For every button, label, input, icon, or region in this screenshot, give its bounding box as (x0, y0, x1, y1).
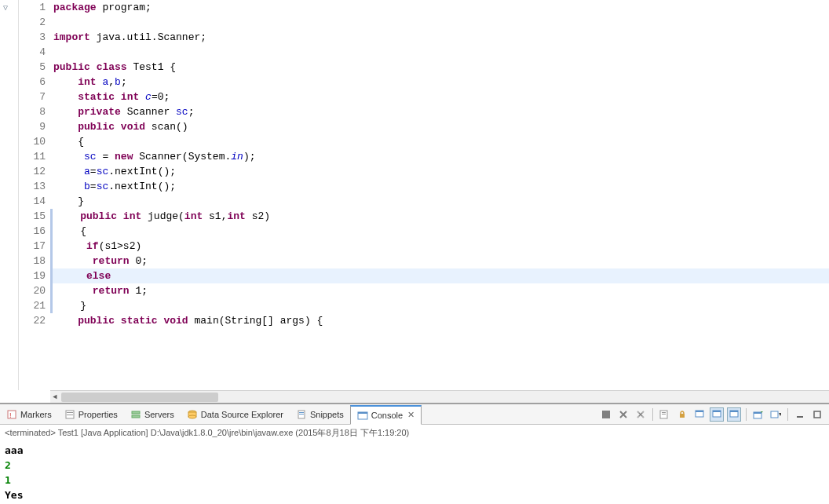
scroll-lock-icon[interactable] (675, 407, 689, 422)
tab-properties[interactable]: Properties (58, 404, 124, 424)
code-area: 12345678910111213141516171819202122 pack… (19, 0, 829, 390)
svg-text:▾: ▾ (779, 411, 781, 418)
line-number: 19 (19, 268, 46, 283)
line-number: 18 (19, 254, 46, 268)
console-output[interactable]: aaa21Yes (0, 441, 829, 504)
svg-text:!: ! (9, 411, 12, 419)
code-line[interactable]: public void scan() (50, 119, 829, 134)
code-line[interactable] (50, 45, 829, 60)
minimize-icon[interactable] (793, 407, 807, 422)
line-number: 12 (19, 164, 46, 179)
svg-rect-14 (358, 412, 367, 414)
line-number: 10 (19, 134, 46, 149)
code-line[interactable]: return 1; (50, 283, 829, 298)
remove-launch-icon[interactable] (599, 407, 613, 422)
code-line[interactable]: private Scanner sc; (50, 104, 829, 119)
code-line[interactable]: } (50, 298, 829, 313)
line-number: 20 (19, 283, 46, 298)
line-number: 11 (19, 149, 46, 164)
editor-left-margin: ▽ (0, 0, 19, 390)
code-line[interactable]: return 0; (50, 254, 829, 268)
console-line: aaa (5, 443, 824, 458)
code-content[interactable]: package program;import java.util.Scanner… (50, 0, 829, 390)
editor-area: ▽ 12345678910111213141516171819202122 pa… (0, 0, 829, 390)
properties-icon (64, 409, 75, 420)
line-number: 15 (19, 209, 46, 224)
console-icon (357, 410, 368, 421)
tab-dse[interactable]: Data Source Explorer (181, 404, 290, 424)
horizontal-scrollbar[interactable]: ◄ (50, 390, 829, 403)
display-selected-console-icon[interactable] (710, 407, 724, 422)
views-tabbar: !MarkersPropertiesServersData Source Exp… (0, 404, 829, 425)
clear-console-icon[interactable] (658, 407, 672, 422)
open-console-icon[interactable] (751, 407, 765, 422)
line-number: 9 (19, 119, 46, 134)
tab-console[interactable]: Console✕ (350, 405, 422, 425)
tab-label: Servers (144, 410, 174, 419)
svg-rect-17 (662, 412, 666, 413)
maximize-icon[interactable] (810, 407, 824, 422)
line-number: 3 (19, 30, 46, 45)
show-console-on-output-icon[interactable] (727, 407, 741, 422)
code-line[interactable]: public int judge(int s1,int s2) (50, 209, 829, 224)
svg-rect-25 (730, 411, 738, 412)
line-number: 2 (19, 15, 46, 30)
code-line[interactable] (50, 15, 829, 30)
code-line[interactable]: a=sc.nextInt(); (50, 164, 829, 179)
svg-rect-23 (713, 411, 721, 412)
svg-rect-31 (814, 411, 820, 418)
code-line[interactable]: static int c=0; (50, 89, 829, 104)
line-number-gutter: 12345678910111213141516171819202122 (19, 0, 50, 390)
svg-rect-3 (67, 412, 73, 413)
remove-all-icon[interactable] (616, 407, 630, 422)
code-line[interactable]: { (50, 224, 829, 239)
console-line: 1 (5, 473, 824, 488)
code-line[interactable]: sc = new Scanner(System.in); (50, 149, 829, 164)
code-line[interactable]: public static void main(String[] args) { (50, 313, 829, 328)
tab-snippets[interactable]: Snippets (290, 404, 350, 424)
code-line[interactable]: int a,b; (50, 75, 829, 89)
line-number: 14 (19, 194, 46, 209)
code-line[interactable]: b=sc.nextInt(); (50, 179, 829, 194)
code-line[interactable]: import java.util.Scanner; (50, 30, 829, 45)
new-console-dropdown-icon[interactable]: ▾ (769, 407, 783, 422)
line-number: 5 (19, 60, 46, 75)
remove-all-terminated-icon[interactable] (634, 407, 648, 422)
pin-console-icon[interactable] (692, 407, 707, 422)
line-number: 4 (19, 45, 46, 60)
code-line[interactable]: } (50, 194, 829, 209)
tab-markers[interactable]: !Markers (0, 404, 58, 424)
tab-label: Snippets (310, 410, 344, 419)
markers-icon: ! (6, 409, 17, 420)
fold-triangle-icon[interactable]: ▽ (3, 3, 8, 13)
svg-rect-11 (299, 412, 304, 413)
code-line[interactable]: if(s1>s2) (50, 239, 829, 254)
servers-icon (130, 409, 141, 420)
code-line[interactable]: public class Test1 { (50, 60, 829, 75)
svg-rect-21 (696, 411, 703, 412)
snippets-icon (296, 409, 307, 420)
line-number: 22 (19, 313, 46, 328)
toolbar-separator (746, 408, 747, 421)
line-number: 7 (19, 89, 46, 104)
line-number: 16 (19, 224, 46, 239)
code-line[interactable]: { (50, 134, 829, 149)
tab-label: Properties (79, 410, 118, 419)
close-icon[interactable]: ✕ (407, 410, 414, 420)
bottom-panel: !MarkersPropertiesServersData Source Exp… (0, 403, 829, 504)
svg-rect-12 (299, 414, 304, 415)
tab-label: Data Source Explorer (201, 410, 283, 419)
line-number: 17 (19, 239, 46, 254)
svg-rect-15 (602, 411, 610, 418)
scrollbar-thumb[interactable] (61, 393, 218, 402)
code-line[interactable]: package program; (50, 0, 829, 15)
svg-rect-4 (67, 415, 73, 415)
svg-rect-6 (132, 415, 140, 418)
svg-rect-19 (680, 414, 685, 418)
scroll-left-arrow-icon[interactable]: ◄ (50, 393, 60, 402)
tab-servers[interactable]: Servers (124, 404, 181, 424)
console-toolbar: ▾ (599, 407, 829, 422)
svg-rect-5 (132, 411, 140, 414)
svg-rect-27 (754, 412, 761, 414)
code-line[interactable]: else (50, 268, 829, 283)
